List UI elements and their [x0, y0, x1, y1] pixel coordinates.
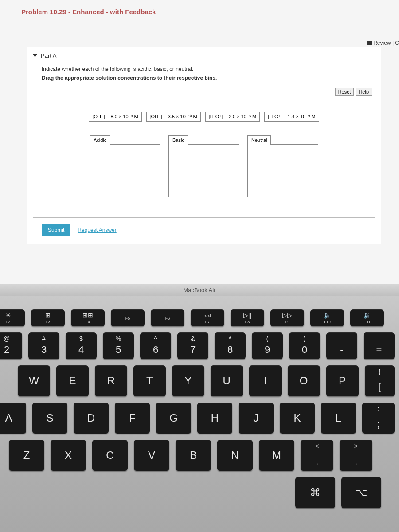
- key-f4: ⊞⊞F4: [71, 309, 105, 326]
- key-b: B: [176, 440, 211, 471]
- key-4: $4: [66, 332, 97, 359]
- key-f11: 🔉F11: [350, 309, 384, 326]
- bin-dropzone[interactable]: [168, 144, 239, 197]
- key-a: A: [0, 403, 26, 434]
- key-8: *8: [215, 332, 246, 359]
- command-icon: [310, 486, 321, 499]
- keyboard: ☀F2⊞F3⊞⊞F4F5F6◃◃F7▷||F8▷▷F9🔈F10🔉F11 @2#3…: [0, 296, 399, 532]
- bin-basic[interactable]: Basic: [168, 135, 239, 200]
- key-3: #3: [28, 332, 59, 359]
- problem-title: Problem 10.29 - Enhanced - with Feedback: [0, 4, 399, 20]
- key-5: %5: [103, 332, 134, 359]
- bin-neutral[interactable]: Neutral: [247, 135, 318, 200]
- key-y: Y: [172, 365, 204, 396]
- key-f9: ▷▷F9: [270, 309, 304, 326]
- key-h: H: [197, 403, 232, 434]
- key-=: +=: [364, 332, 395, 359]
- key-k: K: [280, 403, 315, 434]
- help-button[interactable]: Help: [356, 88, 372, 96]
- key-f8: ▷||F8: [231, 309, 264, 326]
- instruction-text: Indicate whether each of the following i…: [42, 66, 375, 72]
- key-p: P: [326, 365, 359, 396]
- part-a-container: Part A Indicate whether each of the foll…: [27, 47, 381, 244]
- bin-acidic[interactable]: Acidic: [90, 135, 160, 200]
- request-answer-link[interactable]: Request Answer: [78, 227, 116, 233]
- review-link[interactable]: Review | C: [367, 40, 399, 46]
- key-z: Z: [9, 440, 44, 471]
- key-semicolon: :;: [362, 403, 395, 434]
- draggable-item[interactable]: [OH⁻] = 8.0 × 10⁻³ M: [89, 112, 141, 122]
- part-header[interactable]: Part A: [33, 52, 375, 59]
- key-9: (9: [252, 332, 283, 359]
- work-area: Reset Help [OH⁻] = 8.0 × 10⁻³ M [OH⁻] = …: [33, 85, 375, 218]
- bin-dropzone[interactable]: [90, 144, 160, 197]
- key-period: >.: [340, 440, 372, 471]
- key-f6: F6: [151, 309, 184, 326]
- key-f2: ☀F2: [0, 309, 25, 326]
- key-f7: ◃◃F7: [191, 309, 224, 326]
- draggable-item[interactable]: [OH⁻] = 3.5 × 10⁻¹⁰ M: [146, 112, 201, 122]
- bin-label: Neutral: [247, 135, 271, 145]
- key-6: ^6: [140, 332, 171, 359]
- chevron-down-icon: [33, 54, 37, 57]
- key-w: W: [18, 365, 50, 396]
- key-command: [295, 477, 335, 508]
- key-c: C: [92, 440, 128, 471]
- key-s: S: [32, 403, 67, 434]
- key-x: X: [51, 440, 86, 471]
- key-t: T: [133, 365, 166, 396]
- key-d: D: [74, 403, 109, 434]
- key-l: L: [321, 403, 356, 434]
- key-r: R: [95, 365, 127, 396]
- key-m: M: [259, 440, 294, 471]
- key-2: @2: [0, 332, 22, 359]
- key-j: J: [239, 403, 274, 434]
- draggable-item[interactable]: [H₃O⁺] = 1.4 × 10⁻⁹ M: [264, 112, 319, 122]
- key-f5: F5: [111, 309, 145, 326]
- key-f10: 🔈F10: [310, 309, 344, 326]
- submit-button[interactable]: Submit: [42, 224, 70, 236]
- bin-dropzone[interactable]: [247, 144, 318, 197]
- flag-icon: [367, 41, 372, 45]
- instruction-bold: Drag the appropriate solution concentrat…: [42, 75, 375, 81]
- key-f3: ⊞F3: [31, 309, 65, 326]
- review-label: Review | C: [373, 40, 399, 46]
- key-n: N: [217, 440, 253, 471]
- key-option: ⌥: [341, 477, 381, 508]
- key-u: U: [211, 365, 243, 396]
- key-7: &7: [177, 332, 208, 359]
- bin-label: Acidic: [90, 135, 110, 145]
- key--: _-: [326, 332, 357, 359]
- draggable-item[interactable]: [H₃O⁺] = 2.0 × 10⁻⁵ M: [205, 112, 260, 122]
- key-v: V: [134, 440, 169, 471]
- key-f: F: [115, 403, 150, 434]
- bin-label: Basic: [168, 135, 188, 145]
- key-i: I: [249, 365, 282, 396]
- key-o: O: [288, 365, 320, 396]
- part-label: Part A: [41, 52, 56, 59]
- key-comma: <,: [301, 440, 333, 471]
- key-bracket: {[: [365, 365, 395, 396]
- reset-button[interactable]: Reset: [335, 88, 354, 96]
- key-0: )0: [289, 332, 320, 359]
- key-e: E: [56, 365, 89, 396]
- key-g: G: [156, 403, 191, 434]
- laptop-hinge-label: MacBook Air: [0, 284, 399, 296]
